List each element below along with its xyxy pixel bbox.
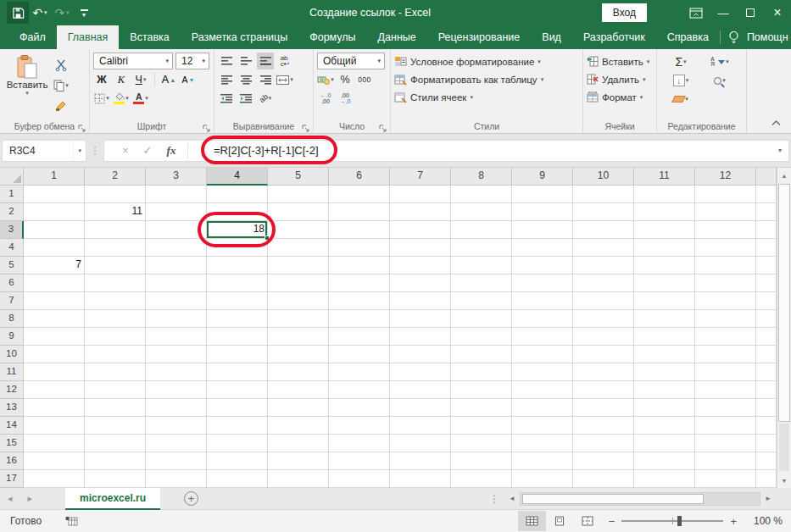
grid-cell[interactable] <box>329 328 390 346</box>
grid-cell[interactable] <box>512 221 573 239</box>
grid-cell[interactable] <box>390 239 451 257</box>
alignment-dialog-launcher-icon[interactable] <box>302 121 311 130</box>
grid-cell[interactable]: 18 <box>207 221 268 239</box>
expand-formula-bar-icon[interactable]: ▾ <box>778 147 782 154</box>
grid-cell[interactable] <box>24 435 85 452</box>
grid-cell[interactable] <box>512 203 573 221</box>
grid-cell[interactable] <box>634 435 695 452</box>
grid-cell[interactable] <box>695 346 756 363</box>
font-color-button[interactable]: А ▾ <box>132 90 149 107</box>
undo-button[interactable]: ↶ ▾ <box>29 2 51 24</box>
vertical-scrollbar-thumb[interactable] <box>778 184 790 422</box>
sort-filter-button[interactable]: АЯ▾ <box>701 53 738 70</box>
grid-cell[interactable] <box>146 417 207 435</box>
grid-cell[interactable] <box>634 310 695 328</box>
align-left-button[interactable] <box>218 71 235 88</box>
grid-cell[interactable] <box>329 292 390 310</box>
grid-cell[interactable] <box>146 274 207 292</box>
grid-cell[interactable] <box>85 328 146 346</box>
maximize-button[interactable] <box>737 0 764 25</box>
copy-button[interactable]: ▾ <box>53 77 70 94</box>
grid-cell[interactable] <box>390 186 451 203</box>
grid-cell[interactable] <box>207 203 268 221</box>
grid-cell[interactable] <box>573 363 634 381</box>
grid-cell[interactable] <box>24 363 85 381</box>
grid-cell[interactable] <box>390 399 451 417</box>
grid-cell[interactable] <box>24 470 85 488</box>
italic-button[interactable]: К <box>113 71 130 88</box>
grid-cell[interactable] <box>85 452 146 470</box>
customize-qat-button[interactable]: ▾ <box>73 2 95 24</box>
row-header[interactable]: 8 <box>0 310 24 328</box>
grid-cell[interactable] <box>695 292 756 310</box>
grid-cell[interactable] <box>329 274 390 292</box>
grid-cell[interactable] <box>695 239 756 257</box>
column-header[interactable]: 1 <box>24 168 85 186</box>
grid-cell[interactable] <box>451 470 512 488</box>
row-header[interactable]: 4 <box>0 239 24 257</box>
grid-cell[interactable] <box>146 292 207 310</box>
autosum-button[interactable]: Σ▾ <box>660 53 701 70</box>
scroll-left-button[interactable]: ◄ <box>504 495 520 502</box>
grid-cell[interactable] <box>634 292 695 310</box>
grid-cell[interactable] <box>573 292 634 310</box>
grid-cell[interactable] <box>512 399 573 417</box>
tab-insert[interactable]: Вставка <box>119 25 180 49</box>
tab-formulas[interactable]: Формулы <box>298 25 366 49</box>
grid-cell[interactable] <box>268 257 329 274</box>
grid-cell[interactable] <box>451 435 512 452</box>
grid-cell[interactable] <box>451 310 512 328</box>
grid-cell[interactable] <box>634 239 695 257</box>
grid-cell[interactable] <box>268 186 329 203</box>
grid-cell[interactable] <box>85 363 146 381</box>
cut-button[interactable] <box>53 57 70 74</box>
grid-cell[interactable] <box>24 328 85 346</box>
grid-cell[interactable] <box>146 346 207 363</box>
view-page-break-button[interactable] <box>574 511 602 531</box>
grid-cell[interactable] <box>24 203 85 221</box>
grid-cell[interactable] <box>390 381 451 399</box>
grid-cell[interactable] <box>512 346 573 363</box>
zoom-slider-thumb[interactable] <box>677 516 682 526</box>
grid-cell[interactable] <box>24 452 85 470</box>
grid-cell[interactable] <box>85 470 146 488</box>
column-header[interactable]: 5 <box>268 168 329 186</box>
bold-button[interactable]: Ж <box>93 71 110 88</box>
grid-cell[interactable] <box>207 186 268 203</box>
grid-cell[interactable] <box>207 417 268 435</box>
grid-cell[interactable] <box>634 203 695 221</box>
grid-cell[interactable] <box>329 381 390 399</box>
grid-cell[interactable] <box>390 257 451 274</box>
grid-cell[interactable] <box>329 310 390 328</box>
grid-cell[interactable] <box>329 239 390 257</box>
row-header[interactable]: 1 <box>0 186 24 203</box>
grid-cell[interactable] <box>268 363 329 381</box>
grid-cell[interactable] <box>451 257 512 274</box>
tab-data[interactable]: Данные <box>367 25 427 49</box>
row-header[interactable]: 12 <box>0 381 24 399</box>
lightbulb-icon[interactable] <box>728 30 739 44</box>
grid-cell[interactable] <box>451 328 512 346</box>
grid-cell[interactable] <box>512 274 573 292</box>
column-header[interactable]: 11 <box>634 168 695 186</box>
tab-view[interactable]: Вид <box>531 25 572 49</box>
zoom-in-button[interactable]: + <box>723 515 744 528</box>
formula-input[interactable]: =R[2]C[-3]+R[-1]C[-2] <box>192 144 319 157</box>
grid-cell[interactable] <box>451 239 512 257</box>
decrease-font-size-button[interactable]: А▼ <box>180 71 197 88</box>
row-header[interactable]: 16 <box>0 452 24 470</box>
grid-cell[interactable] <box>207 239 268 257</box>
grid-cell[interactable] <box>85 186 146 203</box>
column-header[interactable]: 6 <box>329 168 390 186</box>
row-header[interactable]: 5 <box>0 257 24 274</box>
vertical-scrollbar[interactable]: ▲ ▼ <box>777 168 791 488</box>
insert-function-button[interactable]: fx <box>159 144 184 158</box>
conditional-formatting-button[interactable]: Условное форматирование ▾ <box>394 53 579 70</box>
fill-button[interactable]: ↓▾ <box>660 72 701 89</box>
align-center-button[interactable] <box>237 71 254 88</box>
column-header[interactable]: 2 <box>85 168 146 186</box>
grid-cell[interactable] <box>695 328 756 346</box>
grid-cell[interactable] <box>146 257 207 274</box>
grid-cell[interactable] <box>451 417 512 435</box>
redo-button[interactable]: ↷ ▾ <box>51 2 73 24</box>
